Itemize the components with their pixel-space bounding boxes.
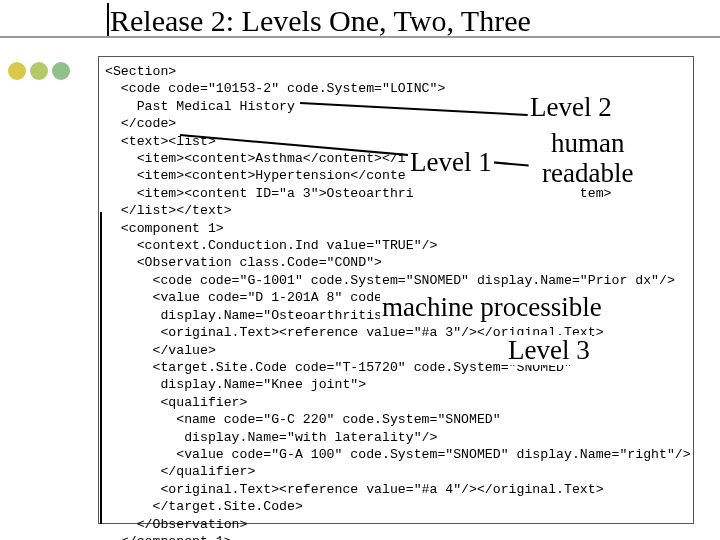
- code-box: <Section> <code code="10153-2" code.Syst…: [98, 56, 694, 524]
- annotation-level1: Level 1: [408, 147, 494, 177]
- annotation-level2: Level 2: [528, 92, 614, 122]
- vertical-line: [100, 212, 102, 524]
- annotation-human-readable: humanreadable: [540, 128, 635, 188]
- dot-icon: [30, 62, 48, 80]
- dot-icon: [52, 62, 70, 80]
- annotation-level3: Level 3: [506, 335, 592, 365]
- title-underline: [0, 36, 720, 38]
- annotation-machine-processible: machine processible: [380, 292, 604, 322]
- text-cursor: [107, 3, 109, 37]
- dot-icon: [8, 62, 26, 80]
- decorative-dots: [8, 62, 70, 80]
- slide-title: Release 2: Levels One, Two, Three: [110, 4, 531, 38]
